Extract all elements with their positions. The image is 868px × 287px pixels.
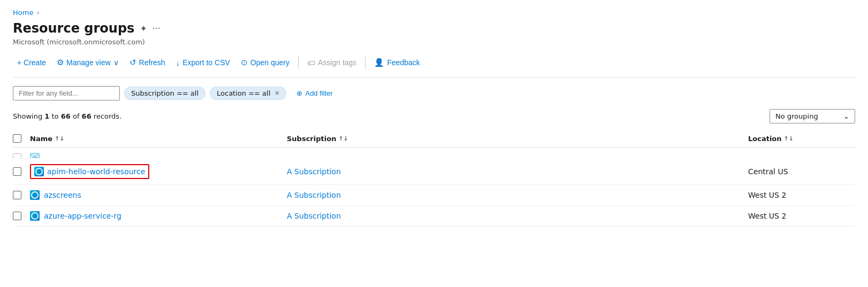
resource-group-icon bbox=[30, 153, 40, 159]
tag-icon: 🏷 bbox=[307, 58, 315, 67]
open-query-button[interactable]: ⊙ Open query bbox=[237, 55, 294, 71]
location-cell-0: Central US bbox=[748, 167, 855, 176]
grouping-dropdown[interactable]: No grouping ⌄ bbox=[770, 109, 855, 123]
refresh-icon: ↺ bbox=[130, 58, 136, 67]
download-icon: ↓ bbox=[176, 58, 180, 67]
name-column-header[interactable]: Name ↑↓ bbox=[30, 135, 287, 143]
create-button[interactable]: + Create bbox=[13, 55, 50, 70]
select-all-checkbox[interactable] bbox=[13, 134, 21, 143]
chevron-down-icon: ∨ bbox=[113, 58, 119, 67]
resource-name-cell-1[interactable]: azscreens bbox=[30, 190, 287, 200]
row-checkbox-2[interactable] bbox=[13, 212, 21, 220]
breadcrumb-home-link[interactable]: Home bbox=[13, 9, 33, 17]
location-cell-2: West US 2 bbox=[748, 212, 855, 220]
feedback-button[interactable]: 👤 Feedback bbox=[370, 55, 424, 71]
row-checkbox-0[interactable] bbox=[13, 167, 21, 176]
location-filter-close[interactable]: ✕ bbox=[275, 90, 279, 97]
subscription-cell-0[interactable]: A Subscription bbox=[287, 167, 748, 176]
breadcrumb-separator: › bbox=[36, 9, 39, 17]
row-checkbox-1[interactable] bbox=[13, 191, 21, 199]
more-options-icon[interactable]: ··· bbox=[153, 24, 161, 34]
manage-view-button[interactable]: ⚙ Manage view ∨ bbox=[52, 55, 123, 71]
page-subtitle: Microsoft (microsoft.onmicrosoft.com) bbox=[13, 38, 855, 46]
location-cell-1: West US 2 bbox=[748, 191, 855, 199]
select-all-checkbox-cell bbox=[13, 134, 30, 143]
filter-bar: Subscription == all Location == all ✕ ⊕ … bbox=[13, 86, 855, 100]
location-filter-label: Location == all bbox=[217, 89, 270, 97]
resource-groups-table: Name ↑↓ Subscription ↑↓ Location ↑↓ — — … bbox=[13, 130, 855, 227]
location-sort-icon[interactable]: ↑↓ bbox=[784, 135, 794, 142]
table-row: apim-hello-world-resource A Subscription… bbox=[13, 159, 855, 185]
assign-tags-button[interactable]: 🏷 Assign tags bbox=[303, 55, 361, 71]
toolbar-divider-1 bbox=[298, 56, 299, 69]
page-title: Resource groups bbox=[13, 21, 134, 36]
export-csv-button[interactable]: ↓ Export to CSV bbox=[172, 55, 234, 71]
location-filter-tag[interactable]: Location == all ✕ bbox=[210, 87, 286, 100]
subscription-cell-2[interactable]: A Subscription bbox=[287, 212, 748, 220]
subscription-sort-icon[interactable]: ↑↓ bbox=[338, 135, 348, 142]
subscription-filter-tag[interactable]: Subscription == all bbox=[124, 87, 205, 100]
subscription-cell-1[interactable]: A Subscription bbox=[287, 191, 748, 199]
add-filter-button[interactable]: ⊕ Add filter bbox=[291, 86, 338, 100]
grouping-chevron-icon: ⌄ bbox=[843, 112, 849, 120]
feedback-icon: 👤 bbox=[374, 58, 384, 67]
query-icon: ⊙ bbox=[241, 58, 248, 67]
resource-group-icon-0 bbox=[34, 167, 44, 176]
refresh-button[interactable]: ↺ Refresh bbox=[125, 55, 170, 71]
resource-name-cell-0[interactable]: apim-hello-world-resource bbox=[30, 164, 287, 179]
filter-input[interactable] bbox=[13, 86, 120, 100]
subscription-column-header[interactable]: Subscription ↑↓ bbox=[287, 135, 748, 143]
location-column-header[interactable]: Location ↑↓ bbox=[748, 135, 855, 143]
name-sort-icon[interactable]: ↑↓ bbox=[55, 135, 64, 142]
resource-group-icon-1 bbox=[30, 190, 40, 200]
table-row-truncated: — — — bbox=[13, 148, 855, 159]
page-container: Home › Resource groups ✦ ··· Microsoft (… bbox=[0, 0, 868, 287]
page-header: Resource groups ✦ ··· bbox=[13, 21, 855, 36]
table-row: azscreens A Subscription West US 2 bbox=[13, 185, 855, 206]
records-count-text: Showing 1 to 66 of 66 records. bbox=[13, 112, 121, 120]
table-header-row: Name ↑↓ Subscription ↑↓ Location ↑↓ bbox=[13, 130, 855, 148]
subscription-filter-label: Subscription == all bbox=[131, 89, 199, 97]
resource-group-icon-2 bbox=[30, 211, 40, 221]
pin-icon[interactable]: ✦ bbox=[140, 24, 147, 34]
resource-name-truncated[interactable]: — — — bbox=[30, 153, 287, 159]
gear-icon: ⚙ bbox=[57, 58, 64, 67]
toolbar-divider-2 bbox=[365, 56, 366, 69]
breadcrumb: Home › bbox=[13, 9, 855, 17]
add-filter-icon: ⊕ bbox=[296, 89, 302, 97]
row-checkbox-truncated[interactable] bbox=[13, 153, 21, 159]
table-row: azure-app-service-rg A Subscription West… bbox=[13, 206, 855, 227]
resource-name-cell-2[interactable]: azure-app-service-rg bbox=[30, 211, 287, 221]
toolbar: + Create ⚙ Manage view ∨ ↺ Refresh ↓ Exp… bbox=[13, 55, 855, 77]
records-bar: Showing 1 to 66 of 66 records. No groupi… bbox=[13, 109, 855, 123]
